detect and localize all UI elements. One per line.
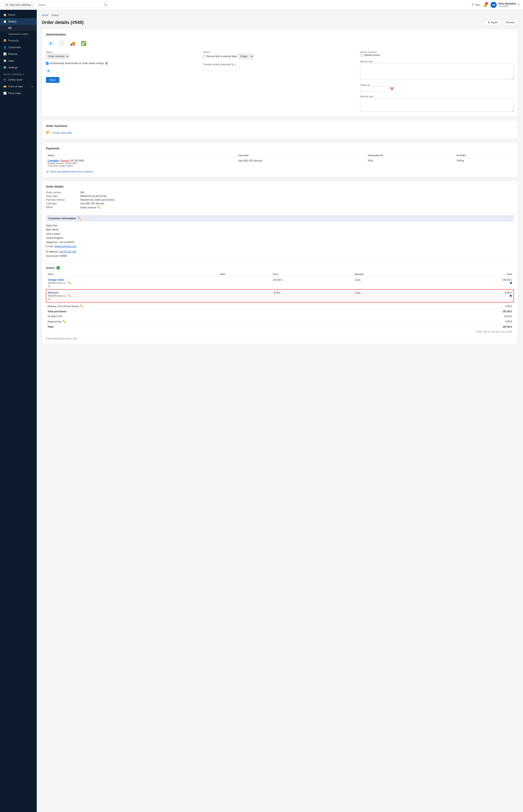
export-icon: ⬆ [488, 21, 490, 24]
card-type-label: Card type: [46, 202, 78, 205]
calendar-icon[interactable]: 📅 [390, 87, 394, 91]
sidebar-item-point-of-sale[interactable]: 💳 Point of sale 👁 [0, 83, 37, 90]
sidebar-item-home[interactable]: 🏠 Home [0, 12, 37, 18]
sidebar-item-orders[interactable]: 📋 Orders [0, 18, 37, 25]
discount-edit-pencil[interactable]: ✏️ [68, 294, 71, 297]
help-icon: ❓ [471, 3, 474, 6]
sidebar-item-left: 💳 Point of sale [3, 85, 23, 88]
discount-name-cell: Discount Model/Product no.: ✏️ 🗑 [46, 289, 219, 302]
payment-fee-edit-pencil[interactable]: ✏️ [63, 320, 66, 323]
item-qty-cell: 1 pcs. [353, 277, 432, 290]
sidebar-item-products[interactable]: 📦 Products [0, 37, 37, 44]
sidebar-item-online-store[interactable]: 🛒 Online store [0, 76, 37, 83]
follow-up-input[interactable] [360, 87, 389, 91]
internal-note-textarea[interactable] [360, 63, 514, 79]
search-input[interactable] [38, 3, 104, 6]
eye-icon[interactable]: 👁 [31, 85, 34, 88]
split-order-link[interactable]: 📂 Create split order [46, 130, 514, 135]
edited-note: Edited 08/09/2023 at 09:17 AM [46, 338, 514, 340]
col-card-type: Card type [237, 153, 366, 158]
model-edit-pencil[interactable]: ✏️ [68, 281, 71, 285]
order-details-grid: Order number: 545 Order date: 08/09/2023… [46, 191, 514, 209]
send-payment-link[interactable]: 🔗 Send new payment link to the customer [46, 170, 514, 173]
previous-button[interactable]: Previous [502, 20, 518, 25]
webshop-label: View your webshop [10, 3, 31, 6]
delivery-row: Delivery: GLS PArcel Service ✏️ 0,00 £ [46, 304, 514, 309]
invoice-maturity-label: Record with a maturity date [207, 55, 237, 58]
payment-fee-row: Payment fee: ✏️ 0,00 £ [46, 319, 514, 324]
sidebar-item-settings[interactable]: ⚙️ Settings [0, 64, 37, 71]
customer-edit-pencil[interactable]: ✏️ [78, 217, 81, 220]
follow-up-row: 📅 [360, 87, 514, 91]
total-purchases-row: Total purchases: 187,00 £ [46, 309, 514, 314]
view-webshop-button[interactable]: 👁 View your webshop [3, 2, 34, 7]
vat-row: Of which VAT: 32,00 £ [46, 314, 514, 319]
days-select[interactable]: 0 days 7 days 14 days 30 days [238, 54, 254, 59]
vat-value: 32,00 £ [398, 314, 514, 319]
breadcrumb-home[interactable]: Home [42, 14, 48, 17]
order-details-title: Order details [46, 185, 514, 188]
save-button[interactable]: Save [46, 77, 59, 83]
delivery-edit-pencil[interactable]: ✏️ [80, 305, 84, 308]
help-label: Help [475, 3, 480, 6]
username: Oline Bønlakke [498, 2, 516, 5]
follow-up-section: Follow up 📅 [360, 84, 514, 91]
sidebar-item-customers[interactable]: 👤 Customers [0, 44, 37, 51]
status-edit-pencil[interactable]: ✏️ [97, 206, 101, 209]
eye-icon: 👁 [6, 3, 8, 6]
external-note-textarea[interactable] [360, 98, 514, 112]
sidebar-subitem-abandoned[interactable]: Abandoned orders [0, 31, 37, 37]
topbar: 👁 View your webshop 🔍 ❓ Help 🔔 3 OB Olin… [0, 0, 523, 10]
check-circle-icon: ✅ [81, 41, 86, 46]
payment-status-cell: Complete | Cancel (187,00 GBP) Original … [46, 158, 237, 168]
admin-grid: Status: Order received Processing Shippe… [46, 51, 514, 112]
user-menu-button[interactable]: OB Oline Bønlakke shop86869 ▼ [490, 2, 520, 8]
trash-icon[interactable]: 🗑 [48, 285, 50, 288]
sidebar-item-reports[interactable]: 📊 Reports [0, 51, 37, 57]
layout: 🏠 Home 📋 Orders All Abandoned orders 📦 P… [0, 10, 523, 812]
customer-email-link[interactable]: webshop@user.com [54, 245, 76, 248]
help-button[interactable]: ❓ Help [471, 3, 480, 6]
status-value: Order received ✏️ [80, 206, 514, 209]
status-select[interactable]: Order received Processing Shipped Comple… [46, 54, 69, 59]
upload-invoice-checkbox[interactable] [360, 54, 363, 56]
sidebar: 🏠 Home 📋 Orders All Abandoned orders 📦 P… [0, 10, 37, 812]
customer-telephone: Telephone: +44 12345678 [46, 240, 514, 244]
export-button[interactable]: ⬆ Export [485, 20, 501, 25]
internal-note-section: Internal note: [360, 60, 514, 80]
vat-label: Of which VAT: [46, 314, 398, 319]
payment-method-value: Payment by credit card (#1010) [80, 198, 514, 201]
sidebar-item-label: Online store [8, 78, 22, 81]
discount-total-cell: -5,00 £ [432, 289, 513, 302]
discount-qty-cell: 1 pcs. [353, 289, 432, 302]
col-transaction-id: Transaction ID [366, 153, 455, 158]
customer-ip-link[interactable]: 185.25.142.198 [59, 250, 76, 253]
discount-link[interactable]: Discount [48, 291, 58, 294]
delivery-label: Delivery: GLS PArcel Service ✏️ [46, 304, 398, 309]
grand-total-value: 187,00 £ [503, 325, 512, 328]
item-name-cell: Vintage shoes Model/Product no.: ✏️ 🗑 [46, 277, 219, 290]
auto-email-checkbox[interactable] [46, 62, 49, 65]
sidebar-subitem-all[interactable]: All [0, 25, 37, 31]
cancel-link[interactable]: Cancel [61, 159, 69, 162]
complete-link[interactable]: Complete [48, 159, 59, 162]
notifications-button[interactable]: 🔔 3 [483, 3, 487, 7]
invoice-maturity-checkbox[interactable] [203, 55, 205, 58]
breadcrumb: Home › Orders [42, 14, 518, 17]
customer-name: Daisy Doe [46, 223, 514, 228]
sidebar-item-apps[interactable]: 🔲 Apps [0, 57, 37, 64]
order-item-row-discount: Discount Model/Product no.: ✏️ 🗑 -5,00 £ [46, 289, 513, 302]
customer-info-section: Customer information ✏️ Daisy Doe Main S… [46, 215, 514, 260]
add-item-button[interactable]: + [56, 266, 60, 270]
sales-channels-label: SALES CHANNELS [0, 71, 37, 76]
discount-model-row: Model/Product no.: ✏️ [48, 294, 217, 297]
sidebar-item-price-index[interactable]: 📈 Price index [0, 90, 37, 96]
amount-text: (187,00 GBP) [69, 159, 84, 162]
item-link-vintage-shoes[interactable]: Vintage shoes [48, 278, 64, 281]
payment-fee-label: Payment fee: ✏️ [46, 319, 398, 324]
sidebar-item-label: Home [8, 13, 15, 16]
products-icon: 📦 [3, 39, 6, 42]
discount-trash-icon[interactable]: 🗑 [48, 297, 51, 301]
tracking-input[interactable] [203, 66, 240, 71]
info-icon[interactable]: i [105, 62, 108, 65]
